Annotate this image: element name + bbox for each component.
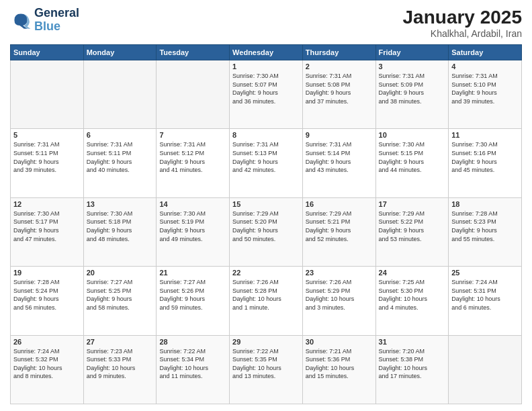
calendar-cell: 21Sunrise: 7:27 AM Sunset: 5:26 PM Dayli… [157,267,230,335]
day-info: Sunrise: 7:31 AM Sunset: 5:12 PM Dayligh… [159,140,226,174]
day-info: Sunrise: 7:27 AM Sunset: 5:26 PM Dayligh… [159,278,226,312]
day-number: 10 [379,131,446,139]
calendar-cell: 30Sunrise: 7:21 AM Sunset: 5:36 PM Dayli… [302,335,375,404]
column-header-monday: Monday [83,45,157,60]
day-number: 29 [232,338,300,346]
calendar-cell: 20Sunrise: 7:27 AM Sunset: 5:25 PM Dayli… [83,267,157,335]
day-number: 21 [159,269,226,277]
day-info: Sunrise: 7:31 AM Sunset: 5:08 PM Dayligh… [306,72,373,105]
calendar-cell: 27Sunrise: 7:23 AM Sunset: 5:33 PM Dayli… [83,335,157,404]
logo-text: General Blue [34,7,79,34]
title-block: January 2025 Khalkhal, Ardabil, Iran [403,7,522,39]
calendar-week-row: 5Sunrise: 7:31 AM Sunset: 5:11 PM Daylig… [11,129,522,197]
day-number: 27 [87,338,154,346]
calendar-week-row: 26Sunrise: 7:24 AM Sunset: 5:32 PM Dayli… [11,335,522,404]
calendar-cell: 23Sunrise: 7:26 AM Sunset: 5:29 PM Dayli… [302,267,375,335]
calendar-cell: 11Sunrise: 7:30 AM Sunset: 5:16 PM Dayli… [449,129,522,197]
day-number: 15 [232,200,300,208]
calendar-cell: 16Sunrise: 7:29 AM Sunset: 5:21 PM Dayli… [302,197,375,266]
day-info: Sunrise: 7:31 AM Sunset: 5:09 PM Dayligh… [379,72,446,105]
calendar-cell [11,60,84,129]
day-number: 12 [13,200,81,208]
calendar-cell: 26Sunrise: 7:24 AM Sunset: 5:32 PM Dayli… [11,335,84,404]
day-number: 22 [232,269,300,277]
calendar-table: SundayMondayTuesdayWednesdayThursdayFrid… [10,44,522,404]
day-info: Sunrise: 7:31 AM Sunset: 5:14 PM Dayligh… [306,140,373,174]
calendar-cell: 29Sunrise: 7:22 AM Sunset: 5:35 PM Dayli… [230,335,303,404]
day-info: Sunrise: 7:31 AM Sunset: 5:10 PM Dayligh… [451,72,519,105]
calendar-cell [157,60,230,129]
calendar-cell: 31Sunrise: 7:20 AM Sunset: 5:38 PM Dayli… [375,335,449,404]
day-info: Sunrise: 7:29 AM Sunset: 5:22 PM Dayligh… [379,210,446,243]
day-number: 26 [13,338,81,346]
day-number: 4 [451,62,519,71]
calendar-cell: 15Sunrise: 7:29 AM Sunset: 5:20 PM Dayli… [230,197,303,266]
day-info: Sunrise: 7:31 AM Sunset: 5:11 PM Dayligh… [13,140,81,174]
day-number: 1 [232,62,300,71]
header: General Blue January 2025 Khalkhal, Arda… [10,7,522,39]
day-info: Sunrise: 7:22 AM Sunset: 5:35 PM Dayligh… [232,347,300,381]
day-info: Sunrise: 7:30 AM Sunset: 5:15 PM Dayligh… [379,140,446,174]
day-number: 8 [232,131,300,139]
day-info: Sunrise: 7:25 AM Sunset: 5:30 PM Dayligh… [379,278,446,312]
day-number: 9 [306,131,373,139]
day-number: 16 [306,200,373,208]
day-info: Sunrise: 7:26 AM Sunset: 5:28 PM Dayligh… [232,278,300,312]
day-number: 17 [379,200,446,208]
day-number: 19 [13,269,81,277]
calendar-cell: 8Sunrise: 7:31 AM Sunset: 5:13 PM Daylig… [230,129,303,197]
calendar-cell: 12Sunrise: 7:30 AM Sunset: 5:17 PM Dayli… [11,197,84,266]
day-info: Sunrise: 7:31 AM Sunset: 5:13 PM Dayligh… [232,140,300,174]
day-number: 25 [451,269,519,277]
day-info: Sunrise: 7:28 AM Sunset: 5:24 PM Dayligh… [13,278,81,312]
day-info: Sunrise: 7:20 AM Sunset: 5:38 PM Dayligh… [379,347,446,381]
page-subtitle: Khalkhal, Ardabil, Iran [403,28,522,39]
column-header-wednesday: Wednesday [230,45,303,60]
day-number: 31 [379,338,446,346]
day-info: Sunrise: 7:27 AM Sunset: 5:25 PM Dayligh… [87,278,154,312]
calendar-cell: 6Sunrise: 7:31 AM Sunset: 5:11 PM Daylig… [83,129,157,197]
day-number: 2 [306,62,373,71]
day-info: Sunrise: 7:26 AM Sunset: 5:29 PM Dayligh… [306,278,373,312]
calendar-cell: 17Sunrise: 7:29 AM Sunset: 5:22 PM Dayli… [375,197,449,266]
calendar-header-row: SundayMondayTuesdayWednesdayThursdayFrid… [11,45,522,60]
calendar-cell: 3Sunrise: 7:31 AM Sunset: 5:09 PM Daylig… [375,60,449,129]
day-info: Sunrise: 7:29 AM Sunset: 5:20 PM Dayligh… [232,210,300,243]
page: General Blue January 2025 Khalkhal, Arda… [0,0,532,411]
column-header-friday: Friday [375,45,449,60]
calendar-cell: 24Sunrise: 7:25 AM Sunset: 5:30 PM Dayli… [375,267,449,335]
day-info: Sunrise: 7:22 AM Sunset: 5:34 PM Dayligh… [159,347,226,381]
day-number: 20 [87,269,154,277]
calendar-week-row: 12Sunrise: 7:30 AM Sunset: 5:17 PM Dayli… [11,197,522,266]
calendar-cell: 7Sunrise: 7:31 AM Sunset: 5:12 PM Daylig… [157,129,230,197]
logo-icon [10,9,32,31]
calendar-week-row: 1Sunrise: 7:30 AM Sunset: 5:07 PM Daylig… [11,60,522,129]
day-info: Sunrise: 7:30 AM Sunset: 5:07 PM Dayligh… [232,72,300,105]
day-info: Sunrise: 7:30 AM Sunset: 5:19 PM Dayligh… [159,210,226,243]
day-info: Sunrise: 7:21 AM Sunset: 5:36 PM Dayligh… [306,347,373,381]
column-header-tuesday: Tuesday [157,45,230,60]
calendar-cell: 18Sunrise: 7:28 AM Sunset: 5:23 PM Dayli… [449,197,522,266]
day-number: 24 [379,269,446,277]
calendar-cell: 4Sunrise: 7:31 AM Sunset: 5:10 PM Daylig… [449,60,522,129]
page-title: January 2025 [403,7,522,28]
calendar-cell: 2Sunrise: 7:31 AM Sunset: 5:08 PM Daylig… [302,60,375,129]
day-info: Sunrise: 7:28 AM Sunset: 5:23 PM Dayligh… [451,210,519,243]
day-info: Sunrise: 7:24 AM Sunset: 5:31 PM Dayligh… [451,278,519,312]
day-number: 28 [159,338,226,346]
calendar-cell: 1Sunrise: 7:30 AM Sunset: 5:07 PM Daylig… [230,60,303,129]
day-info: Sunrise: 7:23 AM Sunset: 5:33 PM Dayligh… [87,347,154,381]
calendar-cell: 22Sunrise: 7:26 AM Sunset: 5:28 PM Dayli… [230,267,303,335]
logo: General Blue [10,7,79,34]
calendar-cell: 14Sunrise: 7:30 AM Sunset: 5:19 PM Dayli… [157,197,230,266]
calendar-cell [83,60,157,129]
calendar-cell: 9Sunrise: 7:31 AM Sunset: 5:14 PM Daylig… [302,129,375,197]
day-number: 30 [306,338,373,346]
day-number: 6 [87,131,154,139]
column-header-thursday: Thursday [302,45,375,60]
calendar-cell: 28Sunrise: 7:22 AM Sunset: 5:34 PM Dayli… [157,335,230,404]
calendar-cell: 10Sunrise: 7:30 AM Sunset: 5:15 PM Dayli… [375,129,449,197]
day-number: 5 [13,131,81,139]
day-info: Sunrise: 7:24 AM Sunset: 5:32 PM Dayligh… [13,347,81,381]
calendar-cell: 5Sunrise: 7:31 AM Sunset: 5:11 PM Daylig… [11,129,84,197]
